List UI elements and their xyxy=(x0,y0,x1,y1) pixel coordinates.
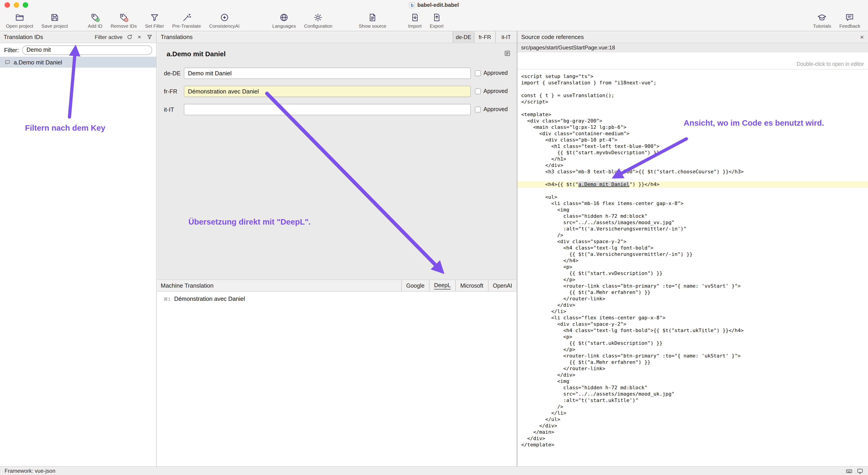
toolbar-button-label: Pre-Translate xyxy=(172,23,201,29)
toolbar-left: Open projectSave projectAdd IDRemove IDs… xyxy=(2,11,447,30)
language-tab-it-it[interactable]: it-IT xyxy=(495,31,517,43)
language-tab-fr-fr[interactable]: fr-FR xyxy=(474,31,495,43)
mt-tab-openai[interactable]: OpenAI xyxy=(488,280,517,291)
consistency-ai-icon xyxy=(219,12,229,22)
toolbar-button-label: Feedback xyxy=(839,23,860,29)
globe-icon xyxy=(279,12,289,22)
code-line: <div class="pb-10 pt-4"> xyxy=(521,137,868,143)
save-icon xyxy=(50,12,59,22)
translations-header: Translations de-DEfr-FRit-IT xyxy=(157,31,517,43)
code-line: </template> xyxy=(521,442,868,448)
code-line: class="hidden h-72 md:block" xyxy=(521,213,868,219)
toolbar-button-set-filter[interactable]: Set Filter xyxy=(141,11,168,30)
code-line xyxy=(521,86,868,93)
highlighted-translation-key[interactable]: a.Demo mit Daniel xyxy=(578,181,629,188)
code-line: {{ $t("start.vvDescription") }} xyxy=(521,270,868,277)
close-panel-icon[interactable]: × xyxy=(856,33,868,41)
toolbar-button-feedback[interactable]: Feedback xyxy=(835,11,864,30)
translation-ids-header: Translation IDs Filter active × xyxy=(0,31,156,43)
toolbar-button-remove-ids[interactable]: Remove IDs xyxy=(106,11,141,30)
code-line: :alt="t('a.Versicherungsvermittler/-in')… xyxy=(521,226,868,232)
approved-checkbox[interactable] xyxy=(475,106,481,112)
code-line: </h4> xyxy=(521,258,868,264)
toolbar-button-open-project[interactable]: Open project xyxy=(2,11,37,30)
code-line: <div class="bg-gray-200"> xyxy=(521,118,868,124)
code-line: </div> xyxy=(521,302,868,308)
translation-row-fr-fr: fr-FRApproved xyxy=(164,85,510,97)
toolbar-button-consistencyai[interactable]: ConsistencyAI xyxy=(205,11,244,30)
translation-id-list: a.Demo mit Daniel xyxy=(0,57,156,68)
toolbar-group: ImportExport xyxy=(404,11,447,30)
code-line: <div class="space-y-2"> xyxy=(521,321,868,328)
code-line: </div> xyxy=(521,436,868,442)
import-icon xyxy=(410,12,420,22)
toolbar-button-import[interactable]: Import xyxy=(404,11,426,30)
code-line: <img xyxy=(521,378,868,385)
filter-active-label: Filter active xyxy=(95,34,123,40)
toolbar-group: Open projectSave project xyxy=(2,11,72,30)
statusbar: Framework: vue-json xyxy=(0,466,868,475)
toolbar-button-show-source[interactable]: Show source xyxy=(354,11,390,30)
translation-id-item[interactable]: a.Demo mit Daniel xyxy=(0,57,156,68)
source-code-view: <script setup lang="ts">import { useTran… xyxy=(518,69,868,466)
toolbar-button-configuration[interactable]: Configuration xyxy=(300,11,336,30)
source-references-header: Source code references × xyxy=(518,31,868,43)
toolbar-button-label: Tutorials xyxy=(813,23,831,29)
approved-checkbox[interactable] xyxy=(475,88,481,94)
note-icon[interactable] xyxy=(504,50,511,57)
code-line: </p> xyxy=(521,347,868,353)
code-line: <script setup lang="ts"> xyxy=(521,73,868,80)
translation-row-de-de: de-DEApproved xyxy=(164,67,510,79)
toolbar-button-label: Export xyxy=(430,23,443,29)
filter-input[interactable] xyxy=(22,45,152,55)
code-line: class="hidden h-72 md:block" xyxy=(521,385,868,391)
code-line: <p> xyxy=(521,264,868,270)
input-source-icon[interactable] xyxy=(857,468,864,474)
filter-funnel-icon[interactable] xyxy=(146,34,153,40)
mt-suggestion-row[interactable]: ⌘1 Démonstration avec Daniel xyxy=(163,295,245,302)
approved-label: Approved xyxy=(484,70,508,76)
mt-shortcut: ⌘1 xyxy=(163,297,170,302)
code-line: {{ $t("a.Mehr erfahren") }} xyxy=(521,359,868,366)
mt-tab-google[interactable]: Google xyxy=(401,280,429,291)
mt-tab-microsoft[interactable]: Microsoft xyxy=(455,280,488,291)
clear-filter-icon[interactable]: × xyxy=(136,34,143,40)
tutorials-icon xyxy=(817,12,827,22)
toolbar-button-export[interactable]: Export xyxy=(426,11,447,30)
code-line: </li> xyxy=(521,410,868,416)
code-line: <img xyxy=(521,207,868,213)
source-references-panel: Source code references × src/pages/start… xyxy=(517,31,868,466)
code-line: </div> xyxy=(521,162,868,169)
filter-row: Filter: xyxy=(0,43,156,57)
toolbar-button-add-id[interactable]: Add ID xyxy=(84,11,106,30)
toolbar-button-languages[interactable]: Languages xyxy=(268,11,300,30)
code-line: </main> xyxy=(521,429,868,436)
keyboard-icon[interactable] xyxy=(846,468,852,474)
toolbar-button-tutorials[interactable]: Tutorials xyxy=(809,11,835,30)
translation-input-it-it[interactable] xyxy=(184,104,471,115)
translation-input-de-de[interactable] xyxy=(184,67,471,79)
toolbar-button-save-project[interactable]: Save project xyxy=(37,11,72,30)
toolbar-button-label: Import xyxy=(408,23,422,29)
approved-toggle[interactable]: Approved xyxy=(475,88,510,94)
export-icon xyxy=(432,12,441,22)
toolbar-button-label: Set Filter xyxy=(145,23,164,29)
translation-input-fr-fr[interactable] xyxy=(184,86,471,97)
refresh-filter-icon[interactable] xyxy=(126,34,132,40)
mt-tab-deepl[interactable]: DeepL xyxy=(429,280,455,291)
toolbar-group: LanguagesConfiguration xyxy=(268,11,336,30)
toolbar-button-pre-translate[interactable]: Pre-Translate xyxy=(168,11,205,30)
gear-icon xyxy=(313,12,323,22)
approved-toggle[interactable]: Approved xyxy=(475,70,510,76)
tag-remove-icon xyxy=(119,12,128,22)
code-line: import { useTranslation } from "i18next-… xyxy=(521,80,868,86)
translations-title: Translations xyxy=(161,34,193,40)
code-line: {{ $t("start.ukDescription") }} xyxy=(521,340,868,347)
approved-checkbox[interactable] xyxy=(475,70,481,76)
source-reference-item[interactable]: src/pages/start/GuestStartPage.vue:18 xyxy=(518,43,868,52)
code-line: {{ $t("a.Versicherungsvermittler/-in") }… xyxy=(521,251,868,258)
language-tab-de-de[interactable]: de-DE xyxy=(453,31,474,43)
approved-toggle[interactable]: Approved xyxy=(475,106,510,112)
translations-panel: Translations de-DEfr-FRit-IT a.Demo mit … xyxy=(157,31,517,466)
translation-key-title: a.Demo mit Daniel xyxy=(166,50,226,58)
